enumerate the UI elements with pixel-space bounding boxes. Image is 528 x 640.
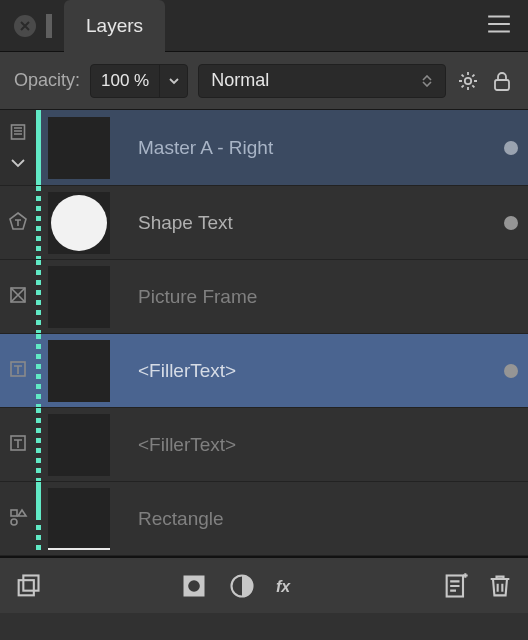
visibility-toggle[interactable] [494,186,528,259]
drag-handle[interactable] [46,14,52,38]
layer-row[interactable]: Shape Text [0,186,528,260]
hierarchy-rail [36,482,44,555]
text-frame-icon [9,434,27,456]
layer-name[interactable]: Shape Text [114,186,494,259]
layer-options-button[interactable] [456,69,480,93]
row-type-icon-slot [0,334,36,407]
layer-row[interactable]: <FillerText> [0,334,528,408]
panel-tabbar: Layers [0,0,528,52]
opacity-label: Opacity: [14,70,80,91]
pentagon-text-icon [8,211,28,235]
panel-menu-button[interactable] [486,11,512,41]
visibility-dot-icon [504,364,518,378]
duplicate-layer-button[interactable] [14,572,42,600]
layer-name[interactable]: Rectangle [114,482,494,555]
svg-rect-10 [23,575,38,590]
svg-text:fx: fx [276,578,291,595]
adjustment-layer-button[interactable] [228,572,256,600]
layer-thumbnail[interactable] [48,414,110,476]
opacity-input[interactable]: 100 % [90,64,188,98]
svg-rect-6 [11,510,17,516]
svg-rect-2 [12,125,25,139]
layer-row-master[interactable]: Master A - Right [0,110,528,186]
svg-marker-7 [18,510,26,516]
picture-frame-icon [9,286,27,308]
page-icon [9,123,27,145]
visibility-toggle[interactable] [494,260,528,333]
layers-bottombar: fx [0,557,528,613]
layer-thumbnail[interactable] [48,340,110,402]
layer-thumbnail[interactable] [48,117,110,179]
row-type-icon-slot [0,260,36,333]
layer-name[interactable]: <FillerText> [114,334,494,407]
layer-row[interactable]: <FillerText> [0,408,528,482]
svg-point-12 [188,580,200,592]
thumbnail-circle [51,195,107,251]
hierarchy-rail [36,110,44,185]
visibility-toggle[interactable] [494,482,528,555]
blend-mode-value: Normal [211,70,269,91]
hierarchy-rail [36,186,44,259]
fx-layer-button[interactable]: fx [276,572,304,600]
visibility-toggle[interactable] [494,110,528,185]
layer-name[interactable]: Picture Frame [114,260,494,333]
svg-point-0 [465,77,471,83]
layer-thumbnail[interactable] [48,192,110,254]
shapes-icon [8,507,28,531]
stepper-arrows-icon [417,75,437,87]
panel-tab-layers[interactable]: Layers [64,0,165,52]
expand-toggle[interactable] [10,155,26,173]
layer-thumbnail[interactable] [48,488,110,550]
opacity-dropdown[interactable] [159,64,187,98]
lock-button[interactable] [490,69,514,93]
visibility-toggle[interactable] [494,408,528,481]
row-gutter [0,110,36,185]
close-panel-button[interactable] [14,15,36,37]
visibility-dot-icon [504,141,518,155]
hierarchy-rail [36,260,44,333]
row-type-icon-slot [0,408,36,481]
blend-mode-select[interactable]: Normal [198,64,446,98]
hierarchy-rail [36,334,44,407]
svg-point-8 [11,519,17,525]
panel-title: Layers [86,15,143,37]
delete-layer-button[interactable] [486,572,514,600]
visibility-dot-icon [504,216,518,230]
layers-list: Master A - Right Shape Text Picture Fram… [0,110,528,557]
hierarchy-rail [36,408,44,481]
layer-name[interactable]: <FillerText> [114,408,494,481]
layer-thumbnail[interactable] [48,266,110,328]
layer-name[interactable]: Master A - Right [114,110,494,185]
svg-rect-1 [495,80,509,90]
text-frame-icon [9,360,27,382]
layer-row[interactable]: Rectangle [0,482,528,556]
opacity-value[interactable]: 100 % [91,71,159,91]
visibility-toggle[interactable] [494,334,528,407]
mask-layer-button[interactable] [180,572,208,600]
row-type-icon-slot [0,186,36,259]
row-type-icon-slot [0,482,36,555]
layers-toolbar: Opacity: 100 % Normal [0,52,528,110]
layer-row[interactable]: Picture Frame [0,260,528,334]
svg-rect-9 [19,580,34,595]
add-layer-button[interactable] [442,572,470,600]
